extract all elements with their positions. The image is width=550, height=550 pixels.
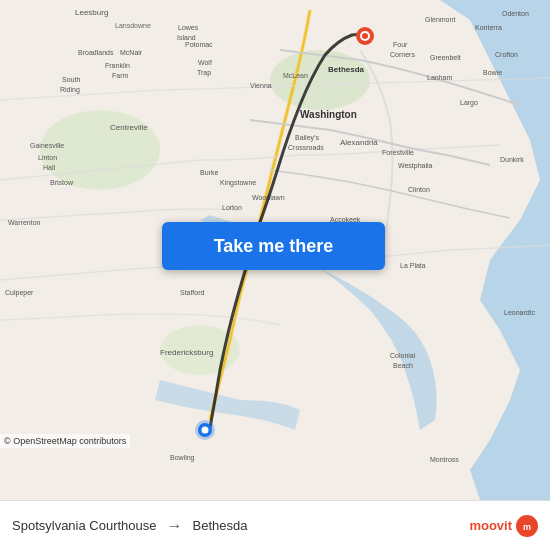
svg-text:Konterra: Konterra [475,24,502,31]
svg-text:Wolf: Wolf [198,59,212,66]
svg-text:Trap: Trap [197,69,211,77]
moovit-icon: m [516,515,538,537]
svg-text:Greenbelt: Greenbelt [430,54,461,61]
svg-text:Linton: Linton [38,154,57,161]
svg-text:Bowling: Bowling [170,454,195,462]
svg-text:Crofton: Crofton [495,51,518,58]
destination-label: Bethesda [193,518,248,533]
svg-text:Bristow: Bristow [50,179,74,186]
origin-label: Spotsylvania Courthouse [12,518,157,533]
svg-point-1 [40,110,160,190]
svg-text:Warrenton: Warrenton [8,219,41,226]
svg-text:Dunkirk: Dunkirk [500,156,524,163]
svg-text:Franklin: Franklin [105,62,130,69]
svg-text:Gainesville: Gainesville [30,142,64,149]
svg-text:Clinton: Clinton [408,186,430,193]
take-me-there-button[interactable]: Take me there [162,222,385,270]
svg-text:Stafford: Stafford [180,289,204,296]
svg-text:Bailey's: Bailey's [295,134,319,142]
svg-text:Lorton: Lorton [222,204,242,211]
svg-text:Riding: Riding [60,86,80,94]
svg-text:Odenton: Odenton [502,10,529,17]
svg-text:Lowes: Lowes [178,24,199,31]
svg-text:Potomac: Potomac [185,41,213,48]
moovit-logo: moovit m [469,515,538,537]
svg-text:Crossroads: Crossroads [288,144,324,151]
svg-text:m: m [523,522,531,532]
svg-text:McLean: McLean [283,72,308,79]
svg-text:Westphalia: Westphalia [398,162,433,170]
svg-text:Leesburg: Leesburg [75,8,108,17]
svg-text:Kingstowne: Kingstowne [220,179,256,187]
svg-text:Colonial: Colonial [390,352,416,359]
svg-text:Lanham: Lanham [427,74,452,81]
svg-text:Broadlands: Broadlands [78,49,114,56]
moovit-text: moovit [469,518,512,533]
svg-text:Washington: Washington [300,109,357,120]
svg-text:Glenmont: Glenmont [425,16,455,23]
svg-text:Vienna: Vienna [250,82,272,89]
svg-text:Fredericksburg: Fredericksburg [160,348,213,357]
map-attribution: © OpenStreetMap contributors [0,434,130,448]
svg-text:Forestville: Forestville [382,149,414,156]
arrow-icon: → [167,517,183,535]
svg-text:Farm: Farm [112,72,129,79]
svg-point-62 [362,33,368,39]
map-container: Leesburg Lansdowne Bethesda Glenmont Kon… [0,0,550,500]
svg-text:Montross: Montross [430,456,459,463]
svg-text:Leonardtc: Leonardtc [504,309,536,316]
svg-text:Corners: Corners [390,51,415,58]
svg-text:Culpeper: Culpeper [5,289,34,297]
svg-text:Largo: Largo [460,99,478,107]
svg-text:Burke: Burke [200,169,218,176]
svg-text:Hall: Hall [43,164,56,171]
svg-text:Bethesda: Bethesda [328,65,365,74]
svg-text:Lansdowne: Lansdowne [115,22,151,29]
bottom-bar: Spotsylvania Courthouse → Bethesda moovi… [0,500,550,550]
svg-text:Four: Four [393,41,408,48]
svg-text:Bowie: Bowie [483,69,502,76]
svg-text:Centreville: Centreville [110,123,148,132]
svg-point-65 [202,427,209,434]
svg-text:Island: Island [177,34,196,41]
svg-text:South: South [62,76,80,83]
svg-text:La Plata: La Plata [400,262,426,269]
svg-text:McNair: McNair [120,49,143,56]
svg-text:Beach: Beach [393,362,413,369]
svg-text:Alexandria: Alexandria [340,138,378,147]
